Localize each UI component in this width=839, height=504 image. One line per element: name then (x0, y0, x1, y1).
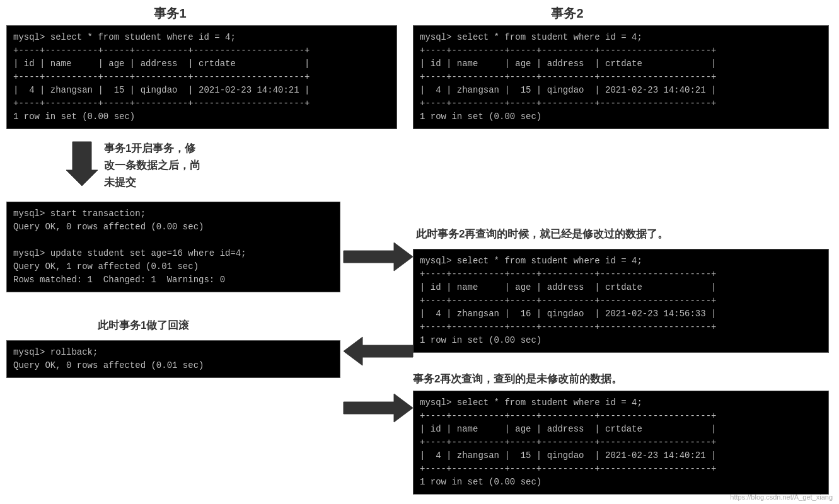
abs-tx2-t6: mysql> select * from student where id = … (413, 391, 829, 495)
abs-annotation4-text: 事务2再次查询，查到的是未修改前的数据。 (413, 373, 622, 385)
abs-arrow-right1 (340, 239, 416, 277)
abs-tx1-t5: mysql> rollback; Query OK, 0 rows affect… (6, 340, 340, 378)
abs-arrow-right1-svg (340, 239, 416, 274)
abs-annotation3-text: 此时事务1做了回滚 (98, 319, 189, 331)
abs-arrow-right2 (340, 391, 416, 428)
abs-tx2-t4-term: mysql> select * from student where id = … (413, 249, 829, 353)
abs-tx1-t1: mysql> select * from student where id = … (6, 25, 397, 129)
abs-watermark: https://blog.csdn.net/A_get_xiang (730, 493, 833, 501)
abs-tx2-t1: mysql> select * from student where id = … (413, 25, 829, 129)
svg-marker-8 (344, 243, 413, 271)
abs-tx2-t6-term: mysql> select * from student where id = … (413, 391, 829, 495)
abs-tx2-title-text: 事务2 (551, 6, 583, 20)
abs-annotation4: 事务2再次查询，查到的是未修改前的数据。 (413, 372, 622, 386)
abs-arrow-right2-svg (340, 391, 416, 425)
svg-marker-7 (66, 142, 98, 186)
abs-tx1-t3: mysql> start transaction; Query OK, 0 ro… (6, 202, 340, 292)
abs-arrow-left1 (340, 334, 416, 371)
abs-arrow-left1-svg (340, 334, 416, 369)
abs-annotation1: 事务1开启事务，修 改一条数据之后，尚 未提交 (104, 140, 200, 192)
abs-overlay: 事务1 事务2 mysql> select * from student whe… (0, 0, 839, 504)
abs-annotation1-text: 事务1开启事务，修 改一条数据之后，尚 未提交 (104, 142, 200, 188)
abs-tx1-t3-term: mysql> start transaction; Query OK, 0 ro… (6, 202, 340, 292)
abs-arrow-down-svg (63, 139, 101, 189)
abs-tx1-title: 事务1 (82, 5, 258, 22)
svg-marker-10 (344, 394, 413, 422)
abs-annotation2: 此时事务2再查询的时候，就已经是修改过的数据了。 (416, 227, 668, 241)
abs-tx1-t5-term: mysql> rollback; Query OK, 0 rows affect… (6, 340, 340, 378)
abs-tx2-t1-term: mysql> select * from student where id = … (413, 25, 829, 129)
abs-tx1-title-text: 事务1 (154, 6, 186, 20)
abs-tx2-title: 事务2 (479, 5, 656, 22)
abs-annotation3: 此时事务1做了回滚 (98, 318, 189, 333)
abs-annotation2-text: 此时事务2再查询的时候，就已经是修改过的数据了。 (416, 228, 668, 240)
abs-tx2-t4: mysql> select * from student where id = … (413, 249, 829, 353)
abs-tx1-t1-term: mysql> select * from student where id = … (6, 25, 397, 129)
svg-marker-9 (344, 337, 413, 365)
abs-arrow-down (63, 139, 101, 192)
